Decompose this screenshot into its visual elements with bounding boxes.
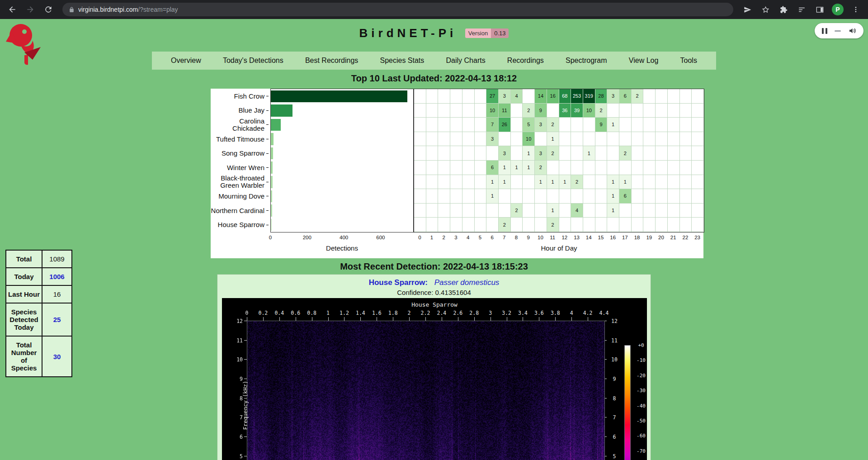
spec-time-label: 0.8	[307, 310, 316, 316]
url-bar[interactable]: virginia.birdnetpi.com/?stream=play	[62, 3, 733, 16]
nav-item-overview[interactable]: Overview	[167, 57, 205, 65]
heatmap-cell	[535, 189, 547, 204]
menu-kebab-icon[interactable]	[848, 2, 863, 17]
heatmap-cell	[559, 161, 571, 175]
pause-icon[interactable]	[822, 28, 827, 34]
hour-tick-label: 6	[491, 235, 493, 240]
spec-freq-label-right: 6	[608, 434, 621, 440]
nav-item-best-recordings[interactable]: Best Recordings	[302, 57, 362, 65]
nav-item-view-log[interactable]: View Log	[625, 57, 662, 65]
heatmap-cell	[462, 104, 475, 118]
detections-bar-chart	[270, 89, 414, 232]
heatmap-cell	[462, 132, 475, 147]
heatmap-cell: 27	[486, 89, 499, 104]
nav-item-today-s-detections[interactable]: Today's Detections	[219, 57, 287, 65]
nav-item-daily-charts[interactable]: Daily Charts	[443, 57, 489, 65]
heatmap-cell	[632, 146, 644, 161]
heatmap-cell	[438, 189, 450, 204]
spec-time-label: 4.4	[599, 310, 609, 316]
heatmap-cell: 16	[547, 89, 559, 104]
nav-item-spectrogram[interactable]: Spectrogram	[562, 57, 611, 65]
heatmap-cell	[571, 161, 583, 175]
heatmap-cell: 1	[607, 204, 619, 218]
forward-icon	[23, 2, 38, 17]
audio-player[interactable]	[815, 23, 863, 38]
heatmap-cell	[450, 118, 462, 132]
heatmap-cell	[475, 161, 487, 175]
spectrogram-image: House Sparrow Frequency (kHz) 00.20.40.6…	[222, 298, 647, 460]
page-background: BirdNET-Pi Version 0.13 OverviewToday's …	[0, 19, 868, 460]
stat-value[interactable]: 30	[42, 336, 72, 377]
spec-db-label: -40	[633, 403, 649, 409]
heatmap-cell	[595, 218, 608, 232]
hour-tick-label: 7	[503, 235, 505, 240]
heatmap-cell: 11	[499, 104, 511, 118]
stats-row: Last Hour16	[6, 285, 72, 303]
heatmap-cell	[414, 218, 426, 232]
heatmap-cell	[462, 161, 475, 175]
back-icon[interactable]	[5, 2, 20, 17]
spec-db-label: -50	[633, 418, 649, 424]
heatmap-cell	[668, 118, 680, 132]
heatmap-cell	[680, 175, 692, 190]
spectrogram-title: House Sparrow	[222, 301, 647, 308]
spec-freq-label-left: 5	[229, 453, 243, 460]
spec-time-label: 1.8	[388, 310, 398, 316]
nav-item-recordings[interactable]: Recordings	[504, 57, 547, 65]
hour-tick-label: 10	[538, 235, 543, 240]
species-link[interactable]: House Sparrow:	[369, 278, 428, 287]
recent-detection-panel: House Sparrow: Passer domesticus Confide…	[217, 274, 651, 460]
nav-item-species-stats[interactable]: Species Stats	[376, 57, 428, 65]
heatmap-cell	[595, 132, 608, 147]
spec-time-label: 3.6	[534, 310, 544, 316]
bar-row	[271, 189, 413, 204]
bookmark-star-icon[interactable]	[758, 2, 773, 17]
spec-time-label: 0.4	[274, 310, 284, 316]
extensions-puzzle-icon[interactable]	[776, 2, 791, 17]
heatmap-cell	[486, 204, 499, 218]
heatmap-cell	[450, 104, 462, 118]
heatmap-cell	[680, 132, 692, 147]
send-icon[interactable]	[740, 2, 755, 17]
stat-label: Last Hour	[6, 285, 42, 303]
heatmap-cell	[643, 175, 656, 190]
nav-item-tools[interactable]: Tools	[677, 57, 701, 65]
heatmap-cell	[559, 146, 571, 161]
scientific-name-link[interactable]: Passer domesticus	[434, 278, 500, 287]
spec-time-label: 3.4	[518, 310, 528, 316]
bar-row	[271, 204, 413, 218]
volume-icon[interactable]	[848, 27, 856, 35]
heatmap-cell	[450, 89, 462, 104]
detections-bar	[271, 147, 273, 160]
heatmap-cell: 3	[499, 146, 511, 161]
spec-db-label: -10	[633, 357, 649, 363]
stat-value[interactable]: 25	[42, 303, 72, 336]
heatmap-cell	[511, 175, 523, 190]
heatmap-cell: 1	[523, 146, 535, 161]
heatmap-cell	[595, 204, 608, 218]
detections-bar	[271, 204, 272, 217]
profile-avatar[interactable]: P	[830, 2, 845, 17]
reading-list-icon[interactable]	[794, 2, 809, 17]
heatmap-cell	[414, 175, 426, 190]
heatmap-cell	[619, 161, 632, 175]
heatmap-cell: 3	[607, 89, 619, 104]
hour-tick-label: 11	[550, 235, 555, 240]
heatmap-cell	[607, 146, 619, 161]
heatmap-cell	[680, 218, 692, 232]
heatmap-cell	[426, 161, 439, 175]
heatmap-cell: 1	[547, 204, 559, 218]
reload-icon[interactable]	[41, 2, 56, 17]
hour-tick-label: 3	[454, 235, 457, 240]
seek-slider[interactable]	[835, 30, 841, 32]
heatmap-cell: 1	[547, 132, 559, 147]
heatmap-cell: 1	[547, 175, 559, 190]
spec-freq-label-right: 9	[608, 376, 621, 382]
heatmap-cell	[668, 146, 680, 161]
heatmap-cell	[426, 146, 439, 161]
heatmap-cell	[668, 175, 680, 190]
side-panel-icon[interactable]	[812, 2, 827, 17]
heatmap-cell	[450, 175, 462, 190]
heatmap-cell: 4	[571, 204, 583, 218]
heatmap-cell	[535, 204, 547, 218]
